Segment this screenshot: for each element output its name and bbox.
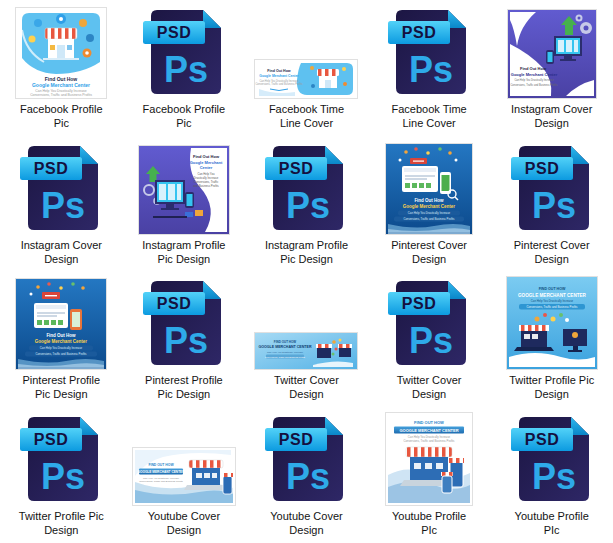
icon-box: PSD Ps [386,275,472,369]
svg-text:Can Help You Drastically Incre: Can Help You Drastically Increase [40,347,83,351]
file-label: Instagram Cover Design [15,238,107,266]
file-item-tw-profile-15[interactable]: FIND OUT HOW GOOGLE MERCHANT CENTER Can … [490,275,613,411]
file-label: Youtube Profile PIc [506,509,598,537]
svg-text:Can Help You Drastically Incre: Can Help You Drastically Increase [514,78,554,82]
file-item-psd-16[interactable]: PSD Ps Twitter Profile Pic Design [0,411,123,543]
svg-text:FIND OUT HOW: FIND OUT HOW [148,463,174,467]
file-item-tw-cover-13[interactable]: FIND OUT HOW GOOGLE MERCHANT CENTER Can … [245,275,368,411]
thumbnail-twitter-cover: FIND OUT HOW GOOGLE MERCHANT CENTER Can … [255,333,357,369]
file-label: Twitter Cover Design [383,373,475,401]
file-item-ig-cover-5[interactable]: Find Out How Google Merchant Center Can … [490,4,613,140]
icon-box: PSD Ps [141,4,227,98]
file-label: Instagram Cover Design [506,102,598,130]
file-item-psd-12[interactable]: PSD Ps Pinterest Profile Pic Design [123,275,246,411]
thumbnail-pinterest-cover: Find Out How Google Merchant Center Can … [386,144,472,234]
file-item-psd-14[interactable]: PSD Ps Twitter Cover Design [368,275,491,411]
icon-box: Find Out How Google Merchant Center Can … [16,4,106,98]
thumbnail-pinterest-profile-pic: Find Out How Google Merchant Center Can … [16,279,106,369]
file-item-pin-cover-9[interactable]: Find Out How Google Merchant Center Can … [368,140,491,276]
icon-box: Find Out How Google Merchant Center Can … [508,4,596,98]
file-item-psd-6[interactable]: PSD Ps Instagram Cover Design [0,140,123,276]
thumbnail-instagram-cover: Find Out How Google Merchant Center Can … [508,10,596,98]
psd-banner-text: PSD [157,24,191,41]
psd-file-icon: PSD Ps [263,413,349,505]
folded-corner [448,10,466,28]
thumbnail-facebook-profile-pic: Find Out How Google Merchant Center Can … [16,8,106,98]
icon-box: Find Out How Google Merchant Center Can … [16,275,106,369]
psd-banner-text: PSD [279,160,313,177]
svg-text:Conversions, Traffic and Busin: Conversions, Traffic and Business Profit… [256,82,304,86]
psd-file-icon: PSD Ps [386,277,472,369]
svg-text:Find Out How: Find Out How [47,333,77,338]
file-label: Facebook Profile Pic [138,102,230,130]
thumbnail-youtube-profile-pic: FIND OUT HOW GOOGLE MERCHANT CENTER Can … [386,413,472,505]
psd-file-icon: PSD Ps [141,6,227,98]
file-label: Instagram Profile Pic Design [260,238,352,266]
icon-box: FIND OUT HOW GOOGLE MERCHANT CENTER Can … [386,411,472,505]
file-label: Youtube Cover Design [260,509,352,537]
svg-text:Find Out How: Find Out How [268,69,292,73]
psd-file-icon: PSD Ps [263,142,349,234]
photoshop-ps-glyph: Ps [286,456,330,497]
file-item-psd-2[interactable]: PSD Ps Facebook Profile Pic [123,4,246,140]
file-item-fb-profile-1[interactable]: Find Out How Google Merchant Center Can … [0,4,123,140]
file-item-psd-4[interactable]: PSD Ps Facebook Time Line Cover [368,4,491,140]
file-item-fb-cover-3[interactable]: Find Out How Google Merchant Center Can … [245,4,368,140]
icon-box: PSD Ps [18,411,104,505]
svg-text:Can Help You Drastically Incre: Can Help You Drastically Increase [408,211,451,215]
psd-banner-text: PSD [524,431,558,448]
file-item-psd-20[interactable]: PSD Ps Youtube Profile PIc [490,411,613,543]
icon-box: PSD Ps [509,411,595,505]
file-label: Facebook Profile Pic [15,102,107,130]
folded-corner [571,417,589,435]
file-item-psd-10[interactable]: PSD Ps Pinterest Cover Design [490,140,613,276]
svg-text:GOOGLE MERCHANT CENTER: GOOGLE MERCHANT CENTER [259,345,313,349]
svg-text:Google Merchant Center: Google Merchant Center [260,74,300,78]
icon-box: FIND OUT HOW GOOGLE MERCHANT CENTER Can … [507,275,597,369]
svg-text:Conversions, Traffic and Busin: Conversions, Traffic and Business Profit… [510,83,558,87]
folded-corner [571,146,589,164]
svg-text:Conversions, Traffic and Busin: Conversions, Traffic and Business Profit… [526,305,578,309]
file-label: Pinterest Profile Pic Design [15,373,107,401]
photoshop-ps-glyph: Ps [286,185,330,226]
photoshop-ps-glyph: Ps [532,456,576,497]
photoshop-ps-glyph: Ps [409,320,453,361]
photoshop-ps-glyph: Ps [41,185,85,226]
file-item-psd-8[interactable]: PSD Ps Instagram Profile Pic Design [245,140,368,276]
psd-banner-text: PSD [34,431,68,448]
thumbnail-instagram-profile-pic: Find Out How Google Merchant Center Can … [139,146,229,234]
svg-text:GOOGLE MERCHANT CENTER: GOOGLE MERCHANT CENTER [137,470,185,474]
folded-corner [203,281,221,299]
folded-corner [325,146,343,164]
file-label: Facebook Time Line Cover [260,102,352,130]
file-item-yt-cover-17[interactable]: FIND OUT HOW GOOGLE MERCHANT CENTER Can … [123,411,246,543]
psd-banner-text: PSD [279,431,313,448]
file-item-ig-profile-7[interactable]: Find Out How Google Merchant Center Can … [123,140,246,276]
icon-box: FIND OUT HOW GOOGLE MERCHANT CENTER Can … [133,411,235,505]
file-label: Twitter Profile Pic Design [506,373,598,401]
svg-text:GOOGLE MERCHANT CENTER: GOOGLE MERCHANT CENTER [400,428,459,433]
folded-corner [80,417,98,435]
psd-banner-text: PSD [524,160,558,177]
svg-text:Conversions, Traffic and Busin: Conversions, Traffic and Business Profit… [36,353,88,357]
file-item-yt-profile-19[interactable]: FIND OUT HOW GOOGLE MERCHANT CENTER Can … [368,411,491,543]
file-label: Twitter Cover Design [260,373,352,401]
thumbnail-twitter-profile-pic: FIND OUT HOW GOOGLE MERCHANT CENTER Can … [507,277,597,369]
icon-box: PSD Ps [263,411,349,505]
file-label: Twitter Profile Pic Design [15,509,107,537]
psd-file-icon: PSD Ps [509,413,595,505]
psd-file-icon: PSD Ps [18,413,104,505]
svg-text:FIND OUT HOW: FIND OUT HOW [274,340,296,344]
svg-text:Find Out How: Find Out How [414,198,444,203]
psd-banner-text: PSD [402,295,436,312]
photoshop-ps-glyph: Ps [409,49,453,90]
file-item-pin-profile-11[interactable]: Find Out How Google Merchant Center Can … [0,275,123,411]
thumbnail-facebook-timeline-cover: Find Out How Google Merchant Center Can … [255,60,357,98]
file-item-psd-18[interactable]: PSD Ps Youtube Cover Design [245,411,368,543]
icon-box: Find Out How Google Merchant Center Can … [255,4,357,98]
svg-text:Google Merchant Center: Google Merchant Center [35,339,88,344]
psd-banner-text: PSD [157,295,191,312]
file-label: Instagram Profile Pic Design [138,238,230,266]
svg-text:Can Help You Drastically Incre: Can Help You Drastically Increase [531,299,574,303]
psd-file-icon: PSD Ps [18,142,104,234]
